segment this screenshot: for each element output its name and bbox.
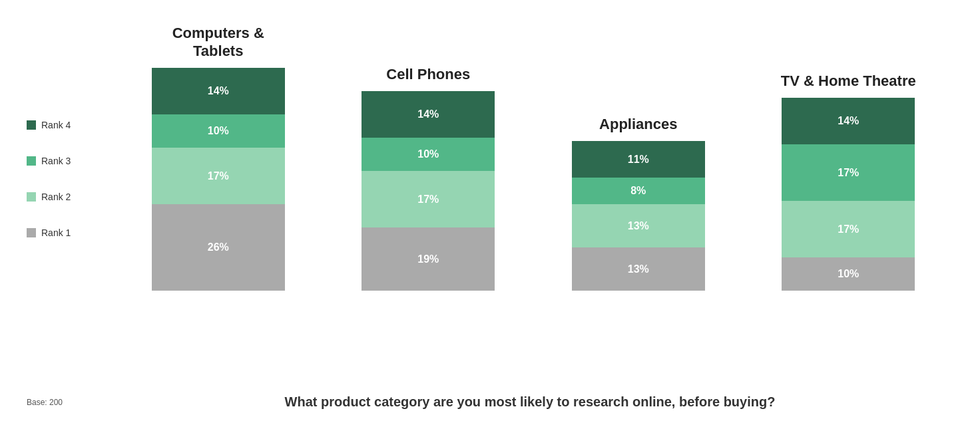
legend-swatch-rank4	[27, 120, 36, 130]
bar-segment-1-1: 17%	[362, 171, 495, 227]
legend-item-rank2: Rank 2	[27, 192, 113, 202]
legend-item-rank4: Rank 4	[27, 120, 113, 130]
bar-segment-3-2: 17%	[782, 144, 915, 201]
bar-3: 10%17%17%14%	[782, 98, 915, 291]
legend-swatch-rank2	[27, 192, 36, 202]
legend-label-rank1: Rank 1	[41, 227, 71, 238]
bar-2: 13%13%8%11%	[572, 141, 705, 291]
bar-0: 26%17%10%14%	[152, 68, 285, 291]
bar-segment-3-1: 17%	[782, 201, 915, 257]
bar-segment-2-2: 8%	[572, 178, 705, 204]
base-text: Base: 200	[27, 398, 80, 407]
bar-segment-3-3: 14%	[782, 98, 915, 144]
bar-segment-3-0: 10%	[782, 257, 915, 291]
question-text: What product category are you most likel…	[107, 394, 953, 410]
bar-group-0: Computers & Tablets26%17%10%14%	[148, 13, 288, 291]
bar-segment-0-2: 10%	[152, 114, 285, 148]
chart-area: Rank 4Rank 3Rank 2Rank 1 Computers & Tab…	[27, 13, 953, 384]
footer: Base: 200 What product category are you …	[27, 384, 953, 410]
legend-label-rank4: Rank 4	[41, 120, 71, 130]
legend-item-rank3: Rank 3	[27, 156, 113, 166]
legend: Rank 4Rank 3Rank 2Rank 1	[27, 13, 113, 238]
bar-segment-1-0: 19%	[362, 227, 495, 291]
legend-swatch-rank1	[27, 228, 36, 237]
bar-group-1: Cell Phones19%17%10%14%	[358, 37, 498, 291]
bars-container: Computers & Tablets26%17%10%14%Cell Phon…	[113, 13, 953, 291]
bar-title-3: TV & Home Theatre	[781, 43, 916, 90]
legend-label-rank2: Rank 2	[41, 192, 71, 202]
bar-segment-0-0: 26%	[152, 204, 285, 291]
bar-segment-2-3: 11%	[572, 141, 705, 178]
bar-1: 19%17%10%14%	[362, 91, 495, 291]
bar-title-0: Computers & Tablets	[148, 13, 288, 60]
bar-title-2: Appliances	[599, 86, 677, 133]
bar-title-1: Cell Phones	[386, 37, 470, 83]
bar-segment-0-3: 14%	[152, 68, 285, 114]
bar-segment-1-2: 10%	[362, 138, 495, 171]
bar-group-3: TV & Home Theatre10%17%17%14%	[778, 43, 918, 291]
bar-segment-1-3: 14%	[362, 91, 495, 138]
bar-segment-0-1: 17%	[152, 148, 285, 204]
legend-label-rank3: Rank 3	[41, 156, 71, 166]
bar-segment-2-1: 13%	[572, 204, 705, 247]
legend-swatch-rank3	[27, 156, 36, 166]
legend-item-rank1: Rank 1	[27, 227, 113, 238]
bar-group-2: Appliances13%13%8%11%	[569, 86, 708, 291]
bar-segment-2-0: 13%	[572, 247, 705, 291]
